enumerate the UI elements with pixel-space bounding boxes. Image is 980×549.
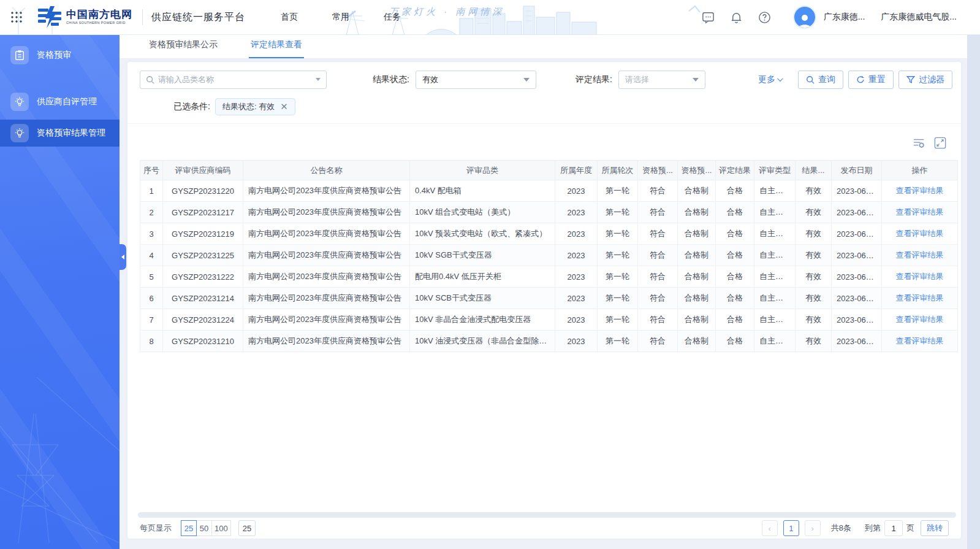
current-page-size-box[interactable]: 25 [238,520,256,536]
collapse-arrow-icon [121,255,124,259]
eval-result-select[interactable]: 请选择 [618,71,705,89]
view-review-result-link[interactable]: 查看评审结果 [896,336,944,345]
view-review-result-link[interactable]: 查看评审结果 [896,250,944,259]
funnel-icon [906,75,915,84]
sidebar-item-qualification-prereview[interactable]: 资格预审 [0,42,120,69]
prev-page-button[interactable]: ‹ [762,520,778,536]
column-settings-icon[interactable] [913,137,926,149]
chevron-down-icon [693,78,699,82]
cell-round: 第一轮 [598,202,638,223]
company-name[interactable]: 广东康德威电气股... [881,12,957,23]
result-status-select[interactable]: 有效 [416,71,536,89]
filter-row: 结果状态: 有效 评定结果: 请选择 更多 查询 [140,70,952,89]
cell-year: 2023 [555,331,598,352]
table-row: 1GYSZP20231220南方电网公司2023年度供应商资格预审公告0.4kV… [140,180,958,202]
header-row: 序号评审供应商编码公告名称评审品类所属年度所属轮次资格预...资格预...评定结… [140,161,958,180]
cell-type: 自主提交 [754,266,796,288]
view-review-result-link[interactable]: 查看评审结果 [896,315,944,324]
sidebar-item-label: 资格预审结果管理 [37,128,105,139]
next-page-button[interactable]: › [805,520,821,536]
cell-no: 3 [140,223,163,245]
more-link[interactable]: 更多 [758,74,781,85]
search-icon [146,75,154,84]
cell-category: 配电用0.4kV 低压开关柜 [410,266,555,288]
cell-date: 2023-06-09 [832,202,882,223]
sidebar-collapse-handle[interactable] [120,244,126,270]
bulb-icon [10,93,29,111]
cell-status: 有效 [796,331,832,352]
column-header: 操作 [882,161,958,180]
sidebar-item-prereview-result-mgmt[interactable]: 资格预审结果管理 [0,120,120,147]
view-review-result-link[interactable]: 查看评审结果 [896,186,944,195]
cell-pre1: 符合 [638,309,678,331]
fullscreen-icon[interactable] [934,137,946,149]
nav-item-tasks[interactable]: 任务 [384,12,401,23]
help-icon[interactable] [758,10,772,25]
column-header: 所属轮次 [598,161,638,180]
chevron-down-icon [777,75,783,82]
cell-pre1: 符合 [638,180,678,202]
per-page-label: 每页显示 [140,523,172,534]
goto-page-input[interactable] [884,520,903,536]
tab-prereview-result-publicity[interactable]: 资格预审结果公示 [147,39,219,58]
cell-notice: 南方电网公司2023年度供应商资格预审公告 [243,288,410,309]
jump-button[interactable]: 跳转 [921,520,949,536]
nav-item-home[interactable]: 首页 [281,12,298,23]
cell-type: 自主提交 [754,223,796,245]
avatar[interactable] [793,6,816,29]
goto-suffix: 页 [906,523,914,534]
cell-round: 第一轮 [598,331,638,352]
cell-pre2: 合格制 [678,202,716,223]
view-review-result-link[interactable]: 查看评审结果 [896,272,944,281]
cell-category: 10kV 非晶合金油浸式配电变压器 [410,309,555,331]
cell-status: 有效 [796,288,832,309]
cell-type: 自主提交 [754,309,796,331]
column-header: 结果... [796,161,832,180]
message-icon[interactable] [701,10,716,25]
sidebar-item-supplier-self-eval[interactable]: 供应商自评管理 [0,88,120,115]
reset-button[interactable]: 重置 [848,71,894,89]
column-header: 发布日期 [832,161,882,180]
cell-notice: 南方电网公司2023年度供应商资格预审公告 [243,245,410,266]
tab-evaluation-result-view[interactable]: 评定结果查看 [249,39,304,58]
table-row: 6GYSZP20231214南方电网公司2023年度供应商资格预审公告10kV … [140,288,958,309]
horizontal-scrollbar[interactable] [138,512,956,518]
cell-pre1: 符合 [638,288,678,309]
vertical-scrollbar[interactable] [967,35,980,549]
user-name[interactable]: 广东康德... [824,12,865,23]
nav-item-common[interactable]: 常用 [332,12,349,23]
apps-grid-icon[interactable] [9,9,25,25]
tag-close-icon[interactable]: ✕ [280,102,288,111]
notification-bell-icon[interactable] [729,10,744,25]
cell-year: 2023 [555,180,598,202]
table-row: 3GYSZP20231219南方电网公司2023年度供应商资格预审公告10kV … [140,223,958,245]
column-header: 评审类型 [754,161,796,180]
pagination-right: ‹ 1 › 共8条 到第 页 跳转 [762,520,949,536]
page-number-1[interactable]: 1 [783,520,799,536]
header-divider [142,9,143,25]
query-button[interactable]: 查询 [798,71,843,89]
cell-pre2: 合格制 [678,245,716,266]
view-review-result-link[interactable]: 查看评审结果 [896,293,944,302]
top-header: 万家灯火 · 南网情深 中国南方电网 CHINA SOUTHER [0,0,980,35]
goto-prefix: 到第 [865,523,881,534]
cell-notice: 南方电网公司2023年度供应商资格预审公告 [243,331,410,352]
page-size-option[interactable]: 100 [211,520,231,536]
page-size-option[interactable]: 50 [196,520,212,536]
cell-pre1: 符合 [638,223,678,245]
cell-notice: 南方电网公司2023年度供应商资格预审公告 [243,223,410,245]
page-size-option[interactable]: 25 [181,520,197,536]
column-header: 评定结果 [716,161,754,180]
search-input[interactable] [158,75,316,84]
view-review-result-link[interactable]: 查看评审结果 [896,229,944,238]
filter-button[interactable]: 过滤器 [898,71,952,89]
view-review-result-link[interactable]: 查看评审结果 [896,207,944,217]
cell-category: 10kV SGB干式变压器 [410,245,555,266]
cell-code: GYSZP20231222 [163,266,243,288]
column-header: 评审品类 [410,161,555,180]
column-header: 资格预... [638,161,678,180]
divider [127,123,961,124]
cell-type: 自主提交 [754,331,796,352]
category-search-select[interactable] [140,71,327,89]
cell-no: 2 [140,202,163,223]
